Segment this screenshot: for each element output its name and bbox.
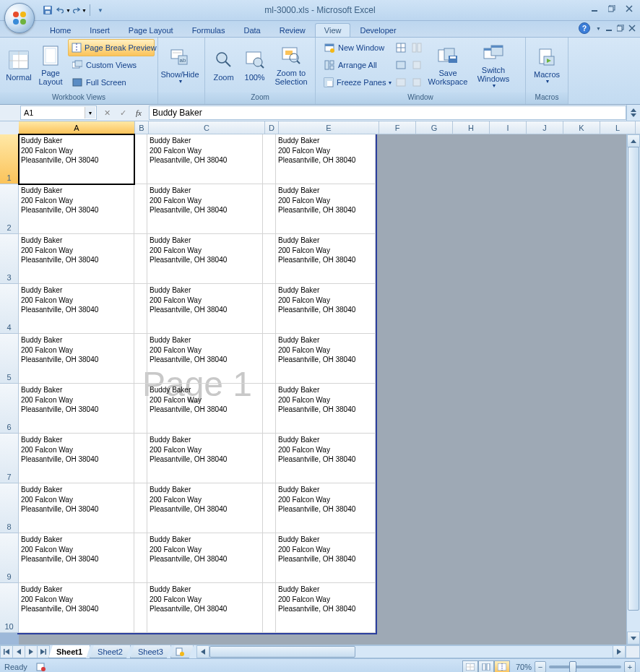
- cell[interactable]: Buddy Baker200 Falcon WayPleasantville, …: [19, 234, 134, 284]
- help-dropdown-icon[interactable]: ▼: [596, 26, 601, 31]
- cell[interactable]: Buddy Baker200 Falcon WayPleasantville, …: [147, 334, 263, 384]
- cell[interactable]: Buddy Baker200 Falcon WayPleasantville, …: [276, 583, 376, 633]
- cell[interactable]: [134, 284, 147, 334]
- cell[interactable]: Buddy Baker200 Falcon WayPleasantville, …: [276, 483, 376, 533]
- cell[interactable]: [134, 434, 147, 483]
- new-window-button[interactable]: New Window: [320, 39, 392, 56]
- row-header-10[interactable]: 10: [0, 583, 19, 633]
- row-header-8[interactable]: 8: [0, 483, 19, 533]
- zoom-in-button[interactable]: +: [624, 661, 636, 672]
- view-normal-icon[interactable]: [462, 660, 478, 672]
- switch-windows-button[interactable]: Switch Windows▼: [472, 39, 515, 91]
- zoom-slider[interactable]: [549, 665, 621, 668]
- column-header-L[interactable]: L: [600, 121, 636, 134]
- macros-button[interactable]: Macros▼: [529, 39, 565, 91]
- close-button[interactable]: [621, 2, 637, 15]
- column-header-H[interactable]: H: [453, 121, 490, 134]
- cell[interactable]: [263, 284, 276, 334]
- tab-nav-last[interactable]: [37, 645, 50, 658]
- grid[interactable]: Page 1 Buddy Baker200 Falcon WayPleasant…: [19, 134, 640, 645]
- zoom-out-button[interactable]: −: [535, 661, 546, 672]
- tab-nav-prev[interactable]: [12, 645, 25, 658]
- cell[interactable]: [134, 234, 147, 284]
- cell[interactable]: Buddy Baker200 Falcon WayPleasantville, …: [19, 483, 134, 533]
- cell[interactable]: Buddy Baker200 Falcon WayPleasantville, …: [276, 384, 376, 434]
- row-header-5[interactable]: 5: [0, 334, 19, 384]
- sheet-tab-1[interactable]: Sheet1: [48, 645, 90, 658]
- column-header-E[interactable]: E: [279, 121, 379, 134]
- name-box[interactable]: A1 ▼: [20, 105, 97, 120]
- cell[interactable]: [263, 234, 276, 284]
- name-box-dropdown-icon[interactable]: ▼: [85, 107, 95, 119]
- save-workspace-button[interactable]: Save Workspace: [424, 39, 472, 91]
- column-header-D[interactable]: D: [265, 121, 279, 134]
- cell[interactable]: [134, 384, 147, 434]
- zoom-level[interactable]: 70%: [516, 663, 532, 671]
- formula-input[interactable]: Buddy Baker: [149, 105, 626, 120]
- column-header-J[interactable]: J: [527, 121, 563, 134]
- column-header-G[interactable]: G: [416, 121, 453, 134]
- tab-data[interactable]: Data: [234, 23, 269, 37]
- horizontal-scrollbar[interactable]: [196, 645, 626, 658]
- cell[interactable]: Buddy Baker200 Falcon WayPleasantville, …: [276, 134, 376, 184]
- full-screen-button[interactable]: Full Screen: [68, 74, 155, 91]
- arrange-all-button[interactable]: Arrange All: [320, 56, 392, 74]
- cell[interactable]: Buddy Baker200 Falcon WayPleasantville, …: [147, 434, 263, 483]
- cell[interactable]: Buddy Baker200 Falcon WayPleasantville, …: [147, 284, 263, 334]
- cell[interactable]: [134, 334, 147, 384]
- column-header-B[interactable]: B: [135, 121, 149, 134]
- row-header-9[interactable]: 9: [0, 533, 19, 583]
- column-header-F[interactable]: F: [379, 121, 416, 134]
- tab-home[interactable]: Home: [40, 23, 80, 37]
- cell[interactable]: Buddy Baker200 Falcon WayPleasantville, …: [19, 334, 134, 384]
- vertical-scrollbar[interactable]: [626, 134, 640, 645]
- cell[interactable]: Buddy Baker200 Falcon WayPleasantville, …: [19, 583, 134, 633]
- tab-nav-first[interactable]: [0, 645, 13, 658]
- cell[interactable]: Buddy Baker200 Falcon WayPleasantville, …: [19, 434, 134, 483]
- cell[interactable]: Buddy Baker200 Falcon WayPleasantville, …: [19, 134, 134, 184]
- show-hide-button[interactable]: ab Show/Hide▼: [161, 39, 199, 91]
- scroll-down-button[interactable]: [627, 632, 640, 645]
- office-button[interactable]: [4, 3, 35, 33]
- cell[interactable]: Buddy Baker200 Falcon WayPleasantville, …: [276, 184, 376, 234]
- tab-insert[interactable]: Insert: [80, 23, 119, 37]
- qat-customize-icon[interactable]: ▼: [93, 3, 108, 17]
- normal-view-button[interactable]: Normal: [3, 39, 35, 91]
- zoom-slider-handle[interactable]: [569, 661, 576, 672]
- cell[interactable]: Buddy Baker200 Falcon WayPleasantville, …: [147, 483, 263, 533]
- cell[interactable]: Buddy Baker200 Falcon WayPleasantville, …: [19, 184, 134, 234]
- redo-icon[interactable]: ▼: [72, 3, 87, 17]
- cell[interactable]: [263, 334, 276, 384]
- freeze-panes-button[interactable]: Freeze Panes▼: [320, 74, 392, 91]
- cell[interactable]: [134, 483, 147, 533]
- column-header-I[interactable]: I: [490, 121, 527, 134]
- cell[interactable]: Buddy Baker200 Falcon WayPleasantville, …: [147, 533, 263, 583]
- zoom-to-selection-button[interactable]: Zoom to Selection: [270, 39, 312, 91]
- select-all-corner[interactable]: [0, 121, 20, 135]
- column-header-M[interactable]: M: [636, 121, 640, 134]
- page-break-preview-button[interactable]: Page Break Preview: [68, 39, 155, 56]
- minimize-button[interactable]: [587, 2, 602, 15]
- page-layout-button[interactable]: Page Layout: [35, 39, 66, 91]
- cell[interactable]: Buddy Baker200 Falcon WayPleasantville, …: [276, 334, 376, 384]
- save-icon[interactable]: [40, 3, 55, 17]
- view-page-break-icon[interactable]: [494, 660, 510, 672]
- split-button[interactable]: [394, 39, 408, 56]
- cell[interactable]: [263, 184, 276, 234]
- hide-button[interactable]: [394, 56, 408, 74]
- column-header-C[interactable]: C: [149, 121, 265, 134]
- tab-view[interactable]: View: [315, 23, 351, 37]
- row-header-6[interactable]: 6: [0, 384, 19, 434]
- cell[interactable]: Buddy Baker200 Falcon WayPleasantville, …: [147, 234, 263, 284]
- tab-review[interactable]: Review: [270, 23, 315, 37]
- cell[interactable]: [263, 583, 276, 633]
- cell[interactable]: [263, 434, 276, 483]
- sheet-tab-3[interactable]: Sheet3: [130, 645, 171, 658]
- cell[interactable]: Buddy Baker200 Falcon WayPleasantville, …: [276, 533, 376, 583]
- new-sheet-tab[interactable]: [170, 645, 194, 658]
- custom-views-button[interactable]: Custom Views: [68, 56, 155, 74]
- cell[interactable]: Buddy Baker200 Falcon WayPleasantville, …: [276, 234, 376, 284]
- cell[interactable]: [263, 483, 276, 533]
- cell[interactable]: [134, 533, 147, 583]
- help-icon[interactable]: ?: [579, 22, 590, 34]
